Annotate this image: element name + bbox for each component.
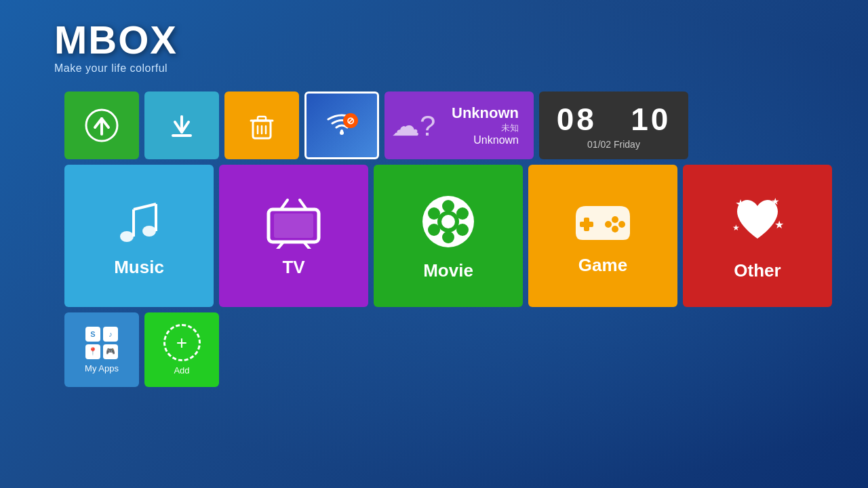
other-label: Other — [734, 260, 781, 281]
svg-point-12 — [142, 226, 156, 237]
movie-icon — [418, 191, 479, 252]
svg-point-24 — [442, 200, 454, 212]
weather-tile[interactable]: ☁? Unknown 未知 Unknown — [384, 92, 534, 159]
trash-icon — [245, 108, 279, 142]
tv-icon — [263, 195, 324, 249]
svg-point-11 — [120, 231, 134, 242]
main-grid: ⊘ ☁? Unknown 未知 Unknown 08 10 01/02 Frid… — [64, 92, 832, 387]
logo-title: MBOX — [54, 20, 178, 60]
svg-point-36 — [605, 221, 612, 228]
svg-rect-6 — [258, 117, 266, 121]
weather-inner: ☁? Unknown 未知 Unknown — [384, 99, 534, 152]
game-icon — [569, 196, 637, 247]
trash-tile[interactable] — [224, 92, 299, 159]
svg-point-27 — [442, 231, 454, 243]
svg-point-34 — [618, 221, 625, 228]
upload-tile[interactable] — [64, 92, 139, 159]
weather-name: Unknown — [443, 104, 519, 122]
clock-time: 08 10 — [557, 101, 671, 138]
download-tile[interactable] — [144, 92, 219, 159]
music-icon — [112, 195, 166, 249]
top-row: ⊘ ☁? Unknown 未知 Unknown 08 10 01/02 Frid… — [64, 92, 832, 159]
app-icon-game: 🎮 — [103, 344, 118, 359]
tv-tile[interactable]: TV — [219, 165, 368, 307]
clock-minute: 10 — [631, 102, 671, 137]
clock-hour: 08 — [557, 102, 597, 137]
movie-tile[interactable]: Movie — [374, 165, 523, 307]
clock-tile[interactable]: 08 10 01/02 Friday — [539, 92, 688, 159]
download-icon — [165, 108, 199, 142]
weather-icon: ☁? — [391, 109, 435, 142]
music-tile[interactable]: Music — [64, 165, 214, 307]
wifi-no-signal: ⊘ — [343, 113, 358, 128]
tv-label: TV — [282, 257, 304, 278]
myapps-label: My Apps — [85, 363, 119, 373]
music-label: Music — [114, 257, 164, 278]
svg-text:★: ★ — [735, 197, 746, 211]
main-row: Music TV — [64, 165, 832, 307]
wifi-tile[interactable]: ⊘ — [304, 92, 379, 159]
game-tile[interactable]: Game — [528, 165, 677, 307]
logo: MBOX Make your life colorful — [54, 20, 178, 75]
weather-cn: 未知 — [443, 122, 519, 134]
upload-icon — [85, 108, 119, 142]
app-icon-music: ♪ — [103, 327, 118, 342]
svg-text:★: ★ — [774, 219, 784, 230]
svg-rect-32 — [580, 222, 593, 227]
bottom-row: S ♪ 📍 🎮 My Apps + Add — [64, 312, 832, 387]
svg-rect-17 — [274, 214, 313, 238]
app-icon-skype: S — [85, 327, 100, 342]
add-tile[interactable]: + Add — [144, 312, 219, 387]
svg-point-29 — [428, 207, 440, 220]
svg-line-15 — [134, 204, 156, 209]
weather-text: Unknown 未知 Unknown — [435, 99, 527, 152]
svg-point-35 — [612, 226, 618, 232]
svg-text:★: ★ — [771, 196, 780, 207]
game-label: Game — [578, 255, 627, 276]
svg-point-33 — [612, 216, 618, 223]
svg-point-25 — [456, 207, 469, 220]
app-icon-location: 📍 — [85, 344, 100, 359]
add-label: Add — [174, 365, 189, 375]
svg-point-26 — [456, 224, 469, 236]
other-tile[interactable]: ★ ★ ★ ★ Other — [683, 165, 832, 307]
svg-point-30 — [441, 215, 455, 228]
svg-text:★: ★ — [732, 223, 740, 232]
weather-sub: Unknown — [443, 134, 519, 146]
svg-point-10 — [340, 131, 344, 135]
add-icon: + — [163, 324, 201, 361]
myapps-tile[interactable]: S ♪ 📍 🎮 My Apps — [64, 312, 139, 387]
svg-point-28 — [428, 224, 440, 236]
wifi-icon-container: ⊘ — [324, 112, 359, 139]
other-icon: ★ ★ ★ ★ — [727, 191, 788, 252]
movie-label: Movie — [423, 260, 473, 281]
apps-grid: S ♪ 📍 🎮 — [85, 327, 118, 359]
clock-date: 01/02 Friday — [587, 139, 640, 150]
logo-subtitle: Make your life colorful — [54, 62, 178, 75]
